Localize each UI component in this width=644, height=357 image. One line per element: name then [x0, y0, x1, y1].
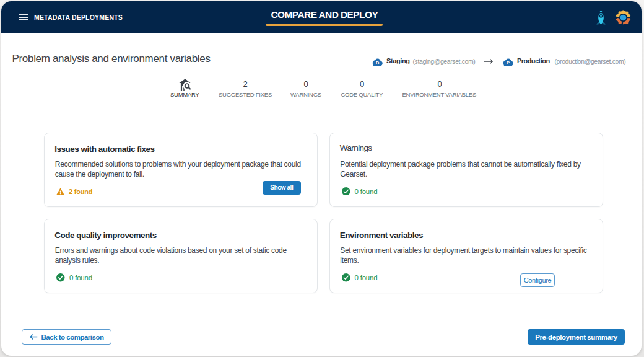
svg-text:D: D	[376, 60, 380, 66]
svg-text:P: P	[507, 60, 510, 66]
